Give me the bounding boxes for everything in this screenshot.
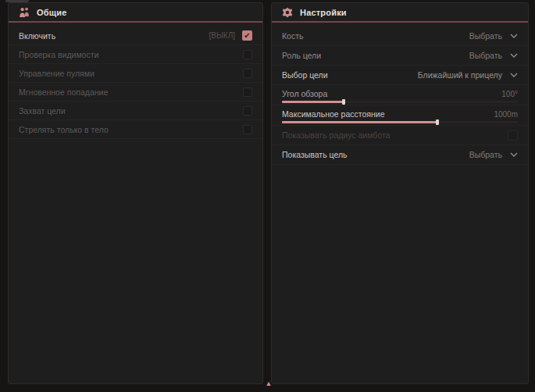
checkbox-enable[interactable]: ✔ <box>242 30 252 41</box>
panel-general: Общие Включить [ВЫКЛ] ✔ Проверка видимос… <box>8 2 263 384</box>
show-target-dropdown[interactable]: Выбрать <box>469 150 518 159</box>
slider-thumb[interactable] <box>342 99 345 105</box>
chevron-down-icon <box>510 73 518 77</box>
slider-value: 100° <box>501 90 518 98</box>
dropdown-value: Выбрать <box>469 150 502 159</box>
max-distance-slider[interactable] <box>282 121 518 123</box>
hotkey-badge: [ВЫКЛ] <box>209 31 235 40</box>
setting-row-bone: Кость Выбрать <box>272 27 528 46</box>
checkbox-visibility-check[interactable] <box>243 50 252 59</box>
checkbox-target-lock[interactable] <box>243 106 252 116</box>
target-selection-dropdown[interactable]: Ближайший к прицелу <box>418 70 518 80</box>
chevron-down-icon <box>510 34 518 38</box>
dropdown-value: Выбрать <box>469 31 502 41</box>
setting-label: Показывать радиус аимбота <box>282 130 391 140</box>
setting-label: Угол обзора <box>282 89 327 98</box>
slider-thumb[interactable] <box>436 119 439 125</box>
setting-row-fov: Угол обзора 100° <box>272 85 528 105</box>
dropdown-value: Ближайший к прицелу <box>418 70 502 80</box>
scroll-up-arrow[interactable]: ▲ <box>262 379 275 388</box>
option-row-target-lock[interactable]: Захват цели <box>9 102 262 120</box>
general-rows: Включить [ВЫКЛ] ✔ Проверка видимости Упр… <box>9 23 262 139</box>
setting-row-show-aimbot-radius[interactable]: Показывать радиус аимбота <box>272 126 528 145</box>
overlay-background: Общие Включить [ВЫКЛ] ✔ Проверка видимос… <box>0 0 535 392</box>
option-row-visibility-check[interactable]: Проверка видимости <box>9 45 262 64</box>
setting-row-show-target: Показывать цель Выбрать <box>272 145 528 165</box>
panel-general-header[interactable]: Общие <box>9 3 262 23</box>
slider-fill <box>282 101 344 103</box>
slider-value: 1000m <box>494 110 518 119</box>
target-role-dropdown[interactable]: Выбрать <box>469 51 518 60</box>
option-row-instant-hit[interactable]: Мгновенное попадание <box>9 83 262 102</box>
setting-label: Выбор цели <box>282 70 328 80</box>
setting-row-target-role: Роль цели Выбрать <box>272 46 528 66</box>
chevron-down-icon <box>510 152 518 157</box>
setting-label: Роль цели <box>282 51 321 60</box>
chevron-down-icon <box>510 53 518 58</box>
setting-row-target-selection: Выбор цели Ближайший к прицелу <box>272 66 528 85</box>
option-label: Проверка видимости <box>19 50 98 59</box>
settings-rows: Кость Выбрать Роль цели Выбрать <box>272 23 528 165</box>
option-label: Стрелять только в тело <box>19 125 109 134</box>
fov-slider[interactable] <box>282 101 518 103</box>
panel-settings-header[interactable]: Настройки <box>272 3 528 23</box>
setting-label: Показывать цель <box>282 150 348 159</box>
checkbox-show-aimbot-radius[interactable] <box>508 130 518 141</box>
panel-title: Настройки <box>300 8 347 17</box>
gear-icon <box>282 7 293 18</box>
bone-dropdown[interactable]: Выбрать <box>469 31 518 41</box>
checkbox-instant-hit[interactable] <box>243 87 252 97</box>
people-icon <box>19 7 30 17</box>
option-row-bullet-control[interactable]: Управление пулями <box>9 64 262 83</box>
slider-fill <box>282 121 437 123</box>
setting-label: Кость <box>282 31 304 41</box>
option-row-body-only[interactable]: Стрелять только в тело <box>9 120 262 139</box>
checkbox-body-only[interactable] <box>243 125 252 134</box>
checkbox-bullet-control[interactable] <box>243 69 252 78</box>
option-row-enable[interactable]: Включить [ВЫКЛ] ✔ <box>9 27 262 45</box>
option-label: Включить <box>19 31 55 41</box>
setting-row-max-distance: Максимальное расстояние 1000m <box>272 105 528 126</box>
dropdown-value: Выбрать <box>469 51 502 60</box>
panel-title: Общие <box>37 8 67 17</box>
option-label: Мгновенное попадание <box>19 87 108 97</box>
panel-settings: Настройки Кость Выбрать Роль цели Выбрат… <box>271 2 529 384</box>
option-label: Управление пулями <box>19 69 95 78</box>
option-label: Захват цели <box>19 106 66 116</box>
setting-label: Максимальное расстояние <box>282 109 384 119</box>
